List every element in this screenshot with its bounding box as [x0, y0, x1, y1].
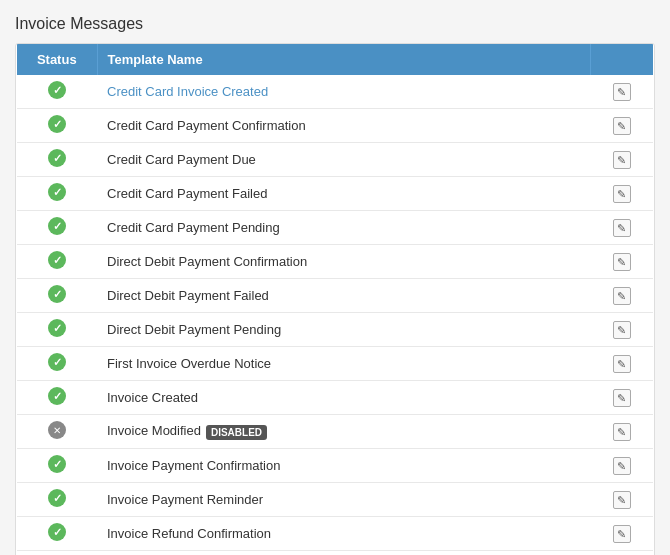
status-ok-icon — [48, 319, 66, 337]
template-name-cell: Invoice Created — [97, 381, 590, 415]
status-cell — [17, 381, 97, 415]
status-ok-icon — [48, 115, 66, 133]
edit-button[interactable] — [613, 219, 631, 237]
edit-button[interactable] — [613, 287, 631, 305]
edit-button[interactable] — [613, 355, 631, 373]
table-row: Credit Card Invoice Created — [17, 75, 653, 109]
table-row: First Invoice Overdue Notice — [17, 347, 653, 381]
status-ok-icon — [48, 149, 66, 167]
template-name-text: Credit Card Payment Failed — [107, 186, 267, 201]
action-cell — [590, 517, 653, 551]
template-name-cell: Credit Card Payment Failed — [97, 177, 590, 211]
status-cell — [17, 109, 97, 143]
status-cell — [17, 347, 97, 381]
template-name-text: Direct Debit Payment Confirmation — [107, 254, 307, 269]
status-cell — [17, 279, 97, 313]
template-name-text: Invoice Refund Confirmation — [107, 526, 271, 541]
action-cell — [590, 211, 653, 245]
table-row: Second Invoice Overdue Notice — [17, 551, 653, 556]
col-template-name: Template Name — [97, 44, 590, 75]
page-title: Invoice Messages — [15, 15, 655, 33]
status-cell — [17, 551, 97, 556]
status-cell — [17, 211, 97, 245]
table-row: Credit Card Payment Pending — [17, 211, 653, 245]
edit-button[interactable] — [613, 525, 631, 543]
invoice-messages-table: Status Template Name Credit Card Invoice… — [15, 43, 655, 555]
action-cell — [590, 245, 653, 279]
status-ok-icon — [48, 455, 66, 473]
status-ok-icon — [48, 489, 66, 507]
status-ok-icon — [48, 81, 66, 99]
template-name-cell: Invoice Payment Reminder — [97, 483, 590, 517]
action-cell — [590, 415, 653, 449]
action-cell — [590, 551, 653, 556]
table-header: Status Template Name — [17, 44, 653, 75]
edit-button[interactable] — [613, 185, 631, 203]
col-actions — [590, 44, 653, 75]
template-name-cell: Direct Debit Payment Pending — [97, 313, 590, 347]
template-name-cell: Invoice Refund Confirmation — [97, 517, 590, 551]
status-cell — [17, 449, 97, 483]
status-cell — [17, 313, 97, 347]
status-cell — [17, 75, 97, 109]
edit-button[interactable] — [613, 83, 631, 101]
action-cell — [590, 449, 653, 483]
table-row: Invoice Created — [17, 381, 653, 415]
table-row: Credit Card Payment Failed — [17, 177, 653, 211]
table-row: Invoice Payment Reminder — [17, 483, 653, 517]
template-badge: DISABLED — [206, 425, 267, 440]
status-ok-icon — [48, 183, 66, 201]
template-name-text: Credit Card Payment Pending — [107, 220, 280, 235]
template-name-text: First Invoice Overdue Notice — [107, 356, 271, 371]
edit-button[interactable] — [613, 457, 631, 475]
edit-button[interactable] — [613, 423, 631, 441]
template-name-cell: Credit Card Payment Due — [97, 143, 590, 177]
template-name-cell: Credit Card Payment Confirmation — [97, 109, 590, 143]
template-name-cell: Credit Card Invoice Created — [97, 75, 590, 109]
template-name-text: Credit Card Payment Confirmation — [107, 118, 306, 133]
template-name-cell: First Invoice Overdue Notice — [97, 347, 590, 381]
status-cell — [17, 245, 97, 279]
action-cell — [590, 75, 653, 109]
status-cell — [17, 517, 97, 551]
col-status: Status — [17, 44, 97, 75]
action-cell — [590, 109, 653, 143]
status-ok-icon — [48, 217, 66, 235]
template-name-cell: Invoice Payment Confirmation — [97, 449, 590, 483]
template-name-text: Invoice Created — [107, 390, 198, 405]
action-cell — [590, 483, 653, 517]
template-name-text: Invoice Modified — [107, 423, 201, 438]
template-name-text: Direct Debit Payment Failed — [107, 288, 269, 303]
edit-button[interactable] — [613, 321, 631, 339]
template-name-link[interactable]: Credit Card Invoice Created — [107, 84, 268, 99]
edit-button[interactable] — [613, 389, 631, 407]
edit-button[interactable] — [613, 491, 631, 509]
template-name-cell: Second Invoice Overdue Notice — [97, 551, 590, 556]
table-row: Invoice Refund Confirmation — [17, 517, 653, 551]
action-cell — [590, 313, 653, 347]
status-ok-icon — [48, 353, 66, 371]
status-cell — [17, 177, 97, 211]
edit-button[interactable] — [613, 253, 631, 271]
table-row: Credit Card Payment Due — [17, 143, 653, 177]
template-name-cell: Direct Debit Payment Confirmation — [97, 245, 590, 279]
status-ok-icon — [48, 285, 66, 303]
edit-button[interactable] — [613, 151, 631, 169]
action-cell — [590, 143, 653, 177]
edit-button[interactable] — [613, 117, 631, 135]
table-row: Credit Card Payment Confirmation — [17, 109, 653, 143]
action-cell — [590, 381, 653, 415]
status-ok-icon — [48, 523, 66, 541]
template-name-cell: Invoice ModifiedDISABLED — [97, 415, 590, 449]
status-cell — [17, 483, 97, 517]
table-row: Direct Debit Payment Confirmation — [17, 245, 653, 279]
table-row: Direct Debit Payment Failed — [17, 279, 653, 313]
table-row: Invoice ModifiedDISABLED — [17, 415, 653, 449]
template-name-cell: Direct Debit Payment Failed — [97, 279, 590, 313]
table-row: Invoice Payment Confirmation — [17, 449, 653, 483]
action-cell — [590, 279, 653, 313]
template-name-text: Invoice Payment Reminder — [107, 492, 263, 507]
action-cell — [590, 347, 653, 381]
template-name-text: Credit Card Payment Due — [107, 152, 256, 167]
action-cell — [590, 177, 653, 211]
